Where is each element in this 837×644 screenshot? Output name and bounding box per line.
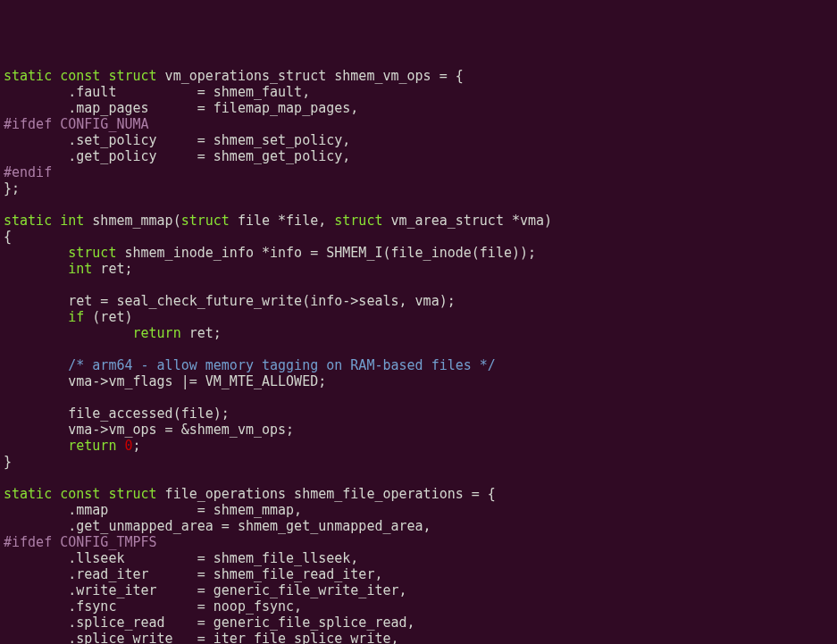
- code-text: shmem_mmap(: [84, 213, 180, 229]
- code-line: return 0;: [4, 438, 833, 454]
- code-line: .map_pages = filemap_map_pages,: [4, 100, 833, 116]
- code-text: file_operations shmem_file_operations = …: [157, 486, 496, 502]
- code-line: vma->vm_ops = &shmem_vm_ops;: [4, 422, 833, 438]
- code-text: ret;: [181, 325, 222, 341]
- blank-line: [4, 197, 833, 213]
- code-text: (ret): [84, 309, 132, 325]
- code-line: };: [4, 180, 833, 197]
- code-line: .splice_write = iter_file_splice_write,: [4, 631, 833, 644]
- preprocessor-ifdef: #ifdef: [4, 116, 52, 132]
- keyword-struct: struct: [181, 213, 230, 229]
- keyword-struct: struct: [108, 68, 156, 84]
- code-line: file_accessed(file);: [4, 406, 833, 422]
- keyword-const: const: [60, 68, 100, 84]
- blank-line: [4, 341, 833, 357]
- code-line: /* arm64 - allow memory tagging on RAM-b…: [4, 357, 833, 373]
- code-line: .mmap = shmem_mmap,: [4, 502, 833, 518]
- code-text: file *file,: [230, 213, 334, 229]
- code-line: }: [4, 454, 833, 470]
- keyword-static: static: [4, 68, 52, 84]
- keyword-static: static: [4, 486, 52, 502]
- keyword-struct: struct: [108, 486, 156, 502]
- keyword-return: return: [133, 325, 181, 341]
- blank-line: [4, 470, 833, 486]
- code-line: static const struct file_operations shme…: [4, 486, 833, 502]
- comment: /* arm64 - allow memory tagging on RAM-b…: [68, 357, 496, 373]
- macro-name: CONFIG_TMPFS: [52, 534, 156, 550]
- keyword-if: if: [68, 309, 84, 325]
- number-literal: 0: [124, 438, 132, 454]
- keyword-struct: struct: [334, 213, 382, 229]
- code-line: .get_policy = shmem_get_policy,: [4, 148, 833, 164]
- code-line: .splice_read = generic_file_splice_read,: [4, 615, 833, 631]
- code-line: int ret;: [4, 261, 833, 277]
- indent: [4, 357, 68, 373]
- indent: [4, 438, 68, 454]
- code-line: .get_unmapped_area = shmem_get_unmapped_…: [4, 518, 833, 534]
- code-line: {: [4, 229, 833, 245]
- blank-line: [4, 277, 833, 293]
- keyword-static: static: [4, 213, 52, 229]
- macro-name: CONFIG_NUMA: [52, 116, 148, 132]
- code-line: if (ret): [4, 309, 833, 325]
- blank-line: [4, 389, 833, 406]
- keyword-int: int: [60, 213, 84, 229]
- code-line: vma->vm_flags |= VM_MTE_ALLOWED;: [4, 373, 833, 389]
- keyword-struct: struct: [68, 245, 116, 261]
- code-text: ;: [133, 438, 141, 454]
- code-line: .write_iter = generic_file_write_iter,: [4, 582, 833, 598]
- code-line: #ifdef CONFIG_NUMA: [4, 116, 833, 132]
- indent: [4, 261, 68, 277]
- code-block: static const struct vm_operations_struct…: [4, 68, 833, 644]
- preprocessor-endif: #endif: [4, 164, 833, 180]
- code-text: vm_area_struct *vma): [382, 213, 552, 229]
- code-line: static const struct vm_operations_struct…: [4, 68, 833, 84]
- preprocessor-ifdef: #ifdef: [4, 534, 52, 550]
- code-line: return ret;: [4, 325, 833, 341]
- indent: [4, 325, 133, 341]
- code-line: .llseek = shmem_file_llseek,: [4, 550, 833, 566]
- indent: [4, 245, 68, 261]
- keyword-int: int: [68, 261, 92, 277]
- code-line: static int shmem_mmap(struct file *file,…: [4, 213, 833, 229]
- keyword-return: return: [68, 438, 116, 454]
- code-line: .set_policy = shmem_set_policy,: [4, 132, 833, 148]
- code-text: shmem_inode_info *info = SHMEM_I(file_in…: [116, 245, 536, 261]
- code-line: .read_iter = shmem_file_read_iter,: [4, 566, 833, 582]
- code-line: ret = seal_check_future_write(info->seal…: [4, 293, 833, 309]
- code-line: struct shmem_inode_info *info = SHMEM_I(…: [4, 245, 833, 261]
- code-text: vm_operations_struct shmem_vm_ops = {: [157, 68, 464, 84]
- code-line: #ifdef CONFIG_TMPFS: [4, 534, 833, 550]
- code-line: .fault = shmem_fault,: [4, 84, 833, 100]
- code-line: .fsync = noop_fsync,: [4, 598, 833, 615]
- keyword-const: const: [60, 486, 100, 502]
- code-text: ret;: [92, 261, 132, 277]
- indent: [4, 309, 68, 325]
